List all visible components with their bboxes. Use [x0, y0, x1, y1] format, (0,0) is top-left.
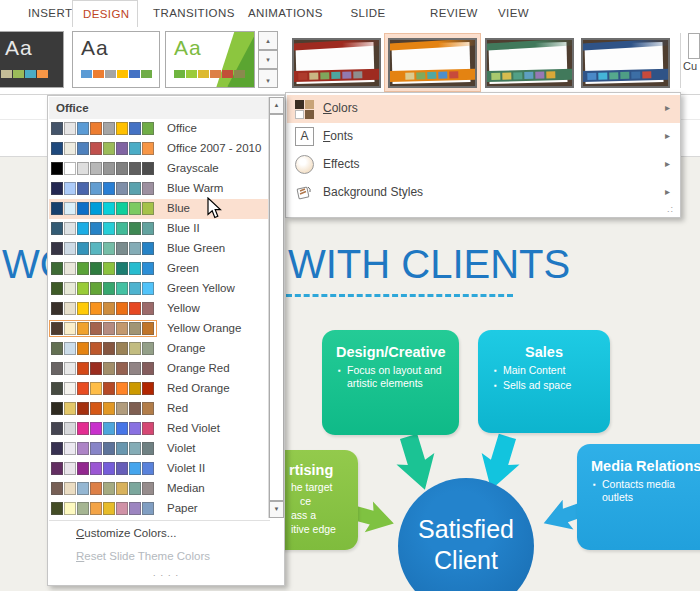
themes-scroll-down-button[interactable]: ▾ [258, 50, 278, 69]
bullet-item: Contacts media outlets [593, 478, 685, 504]
scheme-row-yellow[interactable]: Yellow [49, 299, 269, 319]
scrollbar-up-button[interactable]: ▲ [269, 97, 284, 114]
advertising-bullet-fragment-1: he target [291, 481, 332, 493]
satisfied-client-line1: Satisfied [398, 514, 534, 545]
colors-menu-scrollbar[interactable]: ▲ ▼ [268, 97, 283, 518]
scheme-row-orange[interactable]: Orange [49, 339, 269, 359]
scheme-row-median[interactable]: Median [49, 479, 269, 499]
scrollbar-down-button[interactable]: ▼ [269, 501, 284, 518]
scheme-row-blue-green[interactable]: Blue Green [49, 239, 269, 259]
scheme-row-green[interactable]: Green [49, 259, 269, 279]
scheme-name: Violet [167, 442, 196, 454]
menu-item-background-styles[interactable]: Background Styles▸ [287, 179, 680, 207]
title-underline-dashes [286, 294, 513, 297]
scheme-row-blue-ii[interactable]: Blue II [49, 219, 269, 239]
shape-design-creative[interactable]: Design/Creative Focus on layout and arti… [322, 330, 459, 435]
tab-design[interactable]: DESIGN [72, 0, 138, 27]
scheme-name: Median [167, 482, 205, 494]
scheme-name: Orange [167, 342, 205, 354]
scheme-row-paper[interactable]: Paper [49, 499, 269, 519]
advertising-title-fragment: rtising [289, 462, 333, 478]
scheme-row-yellow-orange[interactable]: Yellow Orange [49, 319, 269, 339]
variant-thumbnail-2[interactable] [388, 38, 477, 88]
scheme-row-office-2007-2010[interactable]: Office 2007 - 2010 [49, 139, 269, 159]
design-creative-title: Design/Creative [322, 330, 459, 364]
variant-thumbnail-1[interactable] [292, 38, 381, 88]
scheme-name: Blue II [167, 222, 200, 234]
scheme-row-red-violet[interactable]: Red Violet [49, 419, 269, 439]
scrollbar-thumb[interactable] [269, 114, 284, 501]
scheme-row-grayscale[interactable]: Grayscale [49, 159, 269, 179]
colors-menu-header: Office [49, 97, 270, 119]
theme-thumbnail-green[interactable]: Aa [165, 31, 255, 88]
background-styles-icon [295, 183, 314, 202]
variants-dropdown-menu: Colors▸AFonts▸Effects▸Background Styles▸… [285, 92, 681, 218]
scheme-row-orange-red[interactable]: Orange Red [49, 359, 269, 379]
tab-insert[interactable]: INSERT [18, 0, 72, 27]
submenu-resize-grip[interactable]: · · · · [48, 570, 284, 580]
slide-title-fragment-right[interactable]: WITH CLIENTS [288, 242, 570, 287]
menu-item-label: Effects [323, 157, 359, 171]
scheme-swatches [51, 142, 155, 155]
tab-view[interactable]: VIEW [488, 0, 530, 27]
tab-slide-show[interactable]: SLIDE SHOW [330, 0, 406, 27]
themes-more-button[interactable]: ▾ [258, 69, 278, 88]
scheme-row-violet-ii[interactable]: Violet II [49, 459, 269, 479]
tab-review[interactable]: REVIEW [420, 0, 476, 27]
menu-resize-grip[interactable]: .: [667, 204, 674, 214]
scheme-swatches [51, 422, 155, 435]
scheme-swatches [51, 362, 155, 375]
scheme-swatches [51, 202, 155, 215]
shape-sales[interactable]: Sales Main ContentSells ad space [478, 330, 610, 433]
themes-scroll-up-button[interactable]: ▴ [258, 31, 278, 50]
customize-group-label-fragment: Cu [683, 60, 697, 72]
menu-item-label: Colors [323, 101, 358, 115]
customize-group-button-cut[interactable] [688, 33, 700, 59]
customize-colors-command[interactable]: Customize Colors... [76, 527, 176, 539]
scheme-name: Orange Red [167, 362, 230, 374]
scheme-row-office[interactable]: Office [49, 119, 269, 139]
satisfied-client-line2: Client [398, 545, 534, 576]
scheme-row-violet[interactable]: Violet [49, 439, 269, 459]
scheme-name: Blue [167, 202, 190, 214]
powerpoint-window: WO WITH CLIENTS Design/Creative Focus on… [0, 0, 700, 591]
variant-thumbnail-3[interactable] [485, 38, 574, 88]
theme-thumbnail-dark[interactable]: Aa [0, 31, 64, 88]
mouse-cursor-icon [207, 197, 222, 219]
variant-thumbnail-4[interactable] [581, 38, 670, 88]
theme-colors-icon [295, 99, 314, 118]
advertising-bullet-fragment-4: itive edge [291, 523, 336, 535]
scheme-name: Grayscale [167, 162, 219, 174]
scheme-row-red[interactable]: Red [49, 399, 269, 419]
theme-effects-icon [295, 155, 314, 174]
tab-transitions[interactable]: TRANSITIONS [143, 0, 223, 27]
menu-item-fonts[interactable]: AFonts▸ [287, 123, 680, 151]
scheme-swatches [51, 242, 155, 255]
scheme-name: Blue Warm [167, 182, 223, 194]
scheme-name: Office [167, 122, 197, 134]
scheme-row-red-orange[interactable]: Red Orange [49, 379, 269, 399]
scheme-swatches [51, 402, 155, 415]
menu-item-effects[interactable]: Effects▸ [287, 151, 680, 179]
scheme-name: Green [167, 262, 199, 274]
scheme-name: Violet II [167, 462, 205, 474]
scheme-name: Red [167, 402, 188, 414]
scheme-swatches [51, 322, 155, 335]
shape-media-relations[interactable]: Media Relations Contacts media outlets [577, 444, 700, 550]
scheme-row-blue-warm[interactable]: Blue Warm [49, 179, 269, 199]
scheme-row-blue[interactable]: Blue [49, 199, 269, 219]
scheme-row-green-yellow[interactable]: Green Yellow [49, 279, 269, 299]
bullet-item: Focus on layout and artistic elements [338, 364, 449, 390]
menu-item-colors[interactable]: Colors▸ [287, 95, 680, 123]
scheme-name: Office 2007 - 2010 [167, 142, 261, 154]
colors-submenu: Office OfficeOffice 2007 - 2010Grayscale… [47, 95, 285, 586]
theme-color-strip [0, 70, 48, 78]
chevron-right-icon: ▸ [665, 130, 670, 141]
scheme-swatches [51, 442, 155, 455]
scheme-name: Yellow Orange [167, 322, 241, 334]
tab-animations[interactable]: ANIMATIONS [238, 0, 310, 27]
chevron-right-icon: ▸ [665, 158, 670, 169]
theme-thumbnail-light[interactable]: Aa [72, 31, 160, 88]
sales-bullets: Main ContentSells ad space [478, 364, 610, 392]
media-relations-bullets: Contacts media outlets [577, 478, 695, 504]
